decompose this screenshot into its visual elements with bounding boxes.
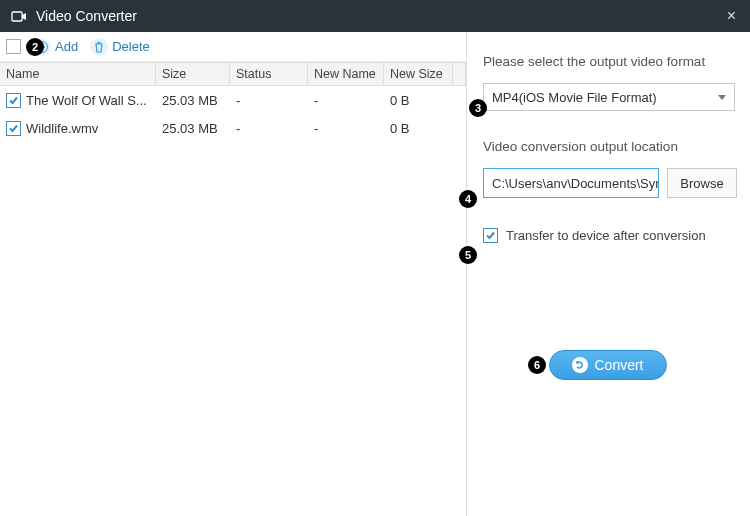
file-newname: -: [308, 121, 384, 136]
delete-label: Delete: [112, 39, 150, 54]
file-newsize: 0 B: [384, 121, 453, 136]
select-all-checkbox[interactable]: [6, 39, 21, 54]
file-name: The Wolf Of Wall S...: [26, 93, 147, 108]
output-location-input[interactable]: C:\Users\anv\Documents\Syr: [483, 168, 659, 198]
grid-header: Name Size Status New Name New Size: [0, 62, 466, 86]
file-size: 25.03 MB: [156, 121, 230, 136]
svg-rect-0: [12, 12, 22, 21]
col-rest-header: [453, 63, 466, 85]
delete-icon: [90, 38, 108, 56]
step-badge-5: 5: [459, 246, 477, 264]
step-badge-6: 6: [528, 356, 546, 374]
transfer-label: Transfer to device after conversion: [506, 228, 706, 243]
file-status: -: [230, 93, 308, 108]
file-status: -: [230, 121, 308, 136]
chevron-down-icon: [718, 95, 726, 100]
location-label: Video conversion output location: [483, 139, 737, 154]
format-select[interactable]: MP4(iOS Movie File Format): [483, 83, 735, 111]
table-row[interactable]: The Wolf Of Wall S... 25.03 MB - - 0 B: [0, 86, 466, 114]
grid-body: The Wolf Of Wall S... 25.03 MB - - 0 B W…: [0, 86, 466, 142]
format-value: MP4(iOS Movie File Format): [492, 90, 657, 105]
settings-panel: Please select the output video format MP…: [467, 32, 750, 516]
convert-label: Convert: [594, 357, 643, 373]
toolbar: Add Delete 2: [0, 32, 466, 62]
convert-button[interactable]: Convert: [549, 350, 667, 380]
add-label: Add: [55, 39, 78, 54]
app-icon: [10, 7, 28, 25]
table-row[interactable]: Wildlife.wmv 25.03 MB - - 0 B: [0, 114, 466, 142]
titlebar: Video Converter ×: [0, 0, 750, 32]
output-location-value: C:\Users\anv\Documents\Syr: [492, 176, 659, 191]
file-newsize: 0 B: [384, 93, 453, 108]
file-name: Wildlife.wmv: [26, 121, 98, 136]
row-checkbox[interactable]: [6, 121, 21, 136]
browse-button[interactable]: Browse: [667, 168, 737, 198]
format-label: Please select the output video format: [483, 54, 737, 69]
step-badge-3: 3: [469, 99, 487, 117]
transfer-checkbox[interactable]: [483, 228, 498, 243]
col-status-header[interactable]: Status: [230, 63, 308, 85]
row-checkbox[interactable]: [6, 93, 21, 108]
window-title: Video Converter: [36, 8, 723, 24]
file-size: 25.03 MB: [156, 93, 230, 108]
delete-button[interactable]: Delete: [90, 38, 150, 56]
close-button[interactable]: ×: [723, 7, 740, 25]
step-badge-4: 4: [459, 190, 477, 208]
col-newsize-header[interactable]: New Size: [384, 63, 453, 85]
file-list-panel: Add Delete 2 Name Size Status New Name N…: [0, 32, 467, 516]
col-size-header[interactable]: Size: [156, 63, 230, 85]
file-newname: -: [308, 93, 384, 108]
col-name-header[interactable]: Name: [0, 63, 156, 85]
col-newname-header[interactable]: New Name: [308, 63, 384, 85]
browse-label: Browse: [680, 176, 723, 191]
step-badge-2: 2: [26, 38, 44, 56]
convert-icon: [572, 357, 588, 373]
